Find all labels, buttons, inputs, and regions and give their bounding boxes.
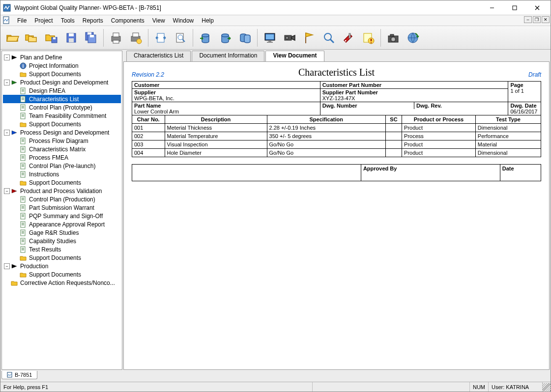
tab-view-document[interactable]: View Document bbox=[265, 51, 324, 61]
sig-blank bbox=[132, 165, 361, 181]
tree-item[interactable]: Process FMEA bbox=[3, 153, 121, 162]
collapse-icon[interactable]: − bbox=[4, 263, 10, 269]
menu-file[interactable]: File bbox=[13, 16, 30, 25]
customer-label: Customer bbox=[134, 82, 318, 88]
svg-rect-76 bbox=[21, 171, 25, 177]
toolbar-camera[interactable] bbox=[384, 28, 402, 48]
document-tab[interactable]: B-7851 bbox=[1, 371, 37, 379]
toolbar-save-multi[interactable] bbox=[82, 28, 100, 48]
tree-group[interactable]: −Plan and Define bbox=[3, 53, 121, 61]
menu-tools[interactable]: Tools bbox=[57, 16, 79, 25]
toolbar-save[interactable] bbox=[62, 28, 80, 48]
toolbar-open-multi[interactable] bbox=[23, 28, 41, 48]
tree-item[interactable]: Support Documents bbox=[3, 70, 121, 78]
tree-item[interactable]: Gage R&R Studies bbox=[3, 228, 121, 237]
tree-group[interactable]: −Product Design and Development bbox=[3, 78, 121, 86]
tree-pane[interactable]: −Plan and DefineiProject InformationSupp… bbox=[1, 51, 122, 370]
menu-view[interactable]: View bbox=[148, 16, 169, 25]
dwg-date-label: Dwg. Date bbox=[510, 103, 539, 109]
toolbar-db-left[interactable] bbox=[197, 28, 214, 48]
mdi-minimize-button[interactable]: – bbox=[524, 16, 532, 23]
tree-item[interactable]: Control Plan (Pre-launch) bbox=[3, 162, 121, 170]
tree-group-label: Product Design and Development bbox=[20, 79, 108, 86]
toolbar-swiss-knife[interactable] bbox=[340, 28, 357, 48]
tree-item[interactable]: Part Submission Warrant bbox=[3, 203, 121, 212]
tree-item[interactable]: Support Documents bbox=[3, 178, 121, 187]
mdi-restore-button[interactable]: ❐ bbox=[533, 16, 541, 23]
window-title: Waypoint Global Quality Planner- WPG-BET… bbox=[14, 4, 481, 11]
menu-reports[interactable]: Reports bbox=[79, 16, 107, 25]
collapse-icon[interactable]: − bbox=[4, 188, 10, 194]
toolbar-monitor[interactable] bbox=[261, 28, 279, 48]
page-value: 1 of 1 bbox=[510, 88, 524, 94]
tree-item[interactable]: Support Documents bbox=[3, 270, 121, 279]
tree-item[interactable]: Design FMEA bbox=[3, 86, 121, 95]
tree-item[interactable]: Control Plan (Production) bbox=[3, 195, 121, 203]
svg-point-33 bbox=[345, 40, 347, 41]
toolbar-print[interactable] bbox=[107, 28, 125, 48]
svg-rect-60 bbox=[21, 138, 25, 144]
toolbar-camcorder[interactable] bbox=[281, 28, 298, 48]
tree-item[interactable]: Instructions bbox=[3, 170, 121, 178]
tree-item[interactable]: Support Documents bbox=[3, 253, 121, 262]
toolbar-print-config[interactable] bbox=[127, 28, 145, 48]
minimize-button[interactable] bbox=[481, 0, 503, 15]
cell-pp: Process bbox=[402, 132, 476, 140]
toolbar-globe-refresh[interactable] bbox=[404, 28, 422, 48]
tree-item[interactable]: PQP Summary and Sign-Off bbox=[3, 212, 121, 220]
toolbar-fit-width[interactable] bbox=[152, 28, 170, 48]
document-viewer[interactable]: Revision 2.2 Characteristics List Draft … bbox=[123, 61, 550, 370]
arrow-icon bbox=[11, 79, 19, 86]
tree-item[interactable]: Corrective Action Requests/Nonco... bbox=[3, 279, 121, 287]
toolbar-db-right[interactable] bbox=[216, 28, 234, 48]
close-button[interactable] bbox=[526, 0, 549, 15]
tree-item[interactable]: Characteristics List bbox=[3, 95, 121, 103]
tree-group[interactable]: −Production bbox=[3, 262, 121, 270]
cell-spec: 350 +/- 5 degrees bbox=[267, 132, 385, 140]
tree-item-label: Project Information bbox=[29, 62, 79, 69]
collapse-icon[interactable]: − bbox=[4, 55, 10, 60]
menu-project[interactable]: Project bbox=[30, 16, 57, 25]
tree-item-label: Part Submission Warrant bbox=[29, 204, 94, 211]
info-table: Customer Customer Part Number Page1 of 1… bbox=[132, 81, 541, 115]
tab-document-information[interactable]: Document Information bbox=[192, 51, 264, 61]
maximize-button[interactable] bbox=[503, 0, 526, 15]
toolbar-db-both[interactable] bbox=[236, 28, 254, 48]
cell-desc: Visual Inspection bbox=[165, 140, 267, 149]
collapse-icon[interactable]: − bbox=[4, 80, 10, 85]
toolbar-find[interactable] bbox=[320, 28, 338, 48]
toolbar-note-warning[interactable] bbox=[359, 28, 377, 48]
tree-group[interactable]: −Product and Process Validation bbox=[3, 187, 121, 195]
cell-spec: 2.28 +/-0.19 Inches bbox=[267, 124, 385, 132]
tree-item[interactable]: iProject Information bbox=[3, 61, 121, 70]
collapse-icon[interactable]: − bbox=[4, 130, 10, 136]
swiss-knife-icon bbox=[341, 30, 356, 45]
tree-item[interactable]: Control Plan (Prototype) bbox=[3, 103, 121, 112]
resize-grip[interactable] bbox=[543, 383, 551, 391]
document-tab-label: B-7851 bbox=[15, 372, 32, 378]
toolbar-save-folder[interactable] bbox=[43, 28, 60, 48]
toolbar-open-folder[interactable] bbox=[3, 28, 21, 48]
toolbar-flag[interactable] bbox=[300, 28, 318, 48]
tab-characteristics-list[interactable]: Characteristics List bbox=[126, 51, 191, 61]
tree-item[interactable]: Appearance Approval Report bbox=[3, 220, 121, 228]
tree-item-label: Instructions bbox=[29, 171, 59, 178]
tree-item[interactable]: Support Documents bbox=[3, 120, 121, 128]
app-icon bbox=[2, 3, 11, 12]
tree-item[interactable]: Characteristics Matrix bbox=[3, 145, 121, 153]
toolbar-zoom[interactable] bbox=[172, 28, 189, 48]
tree-item[interactable]: Process Flow Diagram bbox=[3, 137, 121, 145]
tree-item[interactable]: Capability Studies bbox=[3, 237, 121, 245]
tree-item[interactable]: Test Results bbox=[3, 245, 121, 253]
menu-components[interactable]: Components bbox=[107, 16, 148, 25]
statusbar: For Help, press F1 NUM User: KATRINA bbox=[0, 382, 551, 392]
mdi-close-button[interactable]: ✕ bbox=[542, 16, 550, 23]
revision-label: Revision 2.2 bbox=[132, 71, 164, 78]
tree-item[interactable]: Team Feasibility Commitment bbox=[3, 112, 121, 120]
col-header: Char No. bbox=[132, 115, 165, 124]
menu-help[interactable]: Help bbox=[198, 16, 218, 25]
tree-item-icon bbox=[20, 171, 28, 178]
tree-group[interactable]: −Process Design and Development bbox=[3, 128, 121, 137]
tree-item-label: Gage R&R Studies bbox=[29, 229, 79, 236]
menu-window[interactable]: Window bbox=[169, 16, 198, 25]
